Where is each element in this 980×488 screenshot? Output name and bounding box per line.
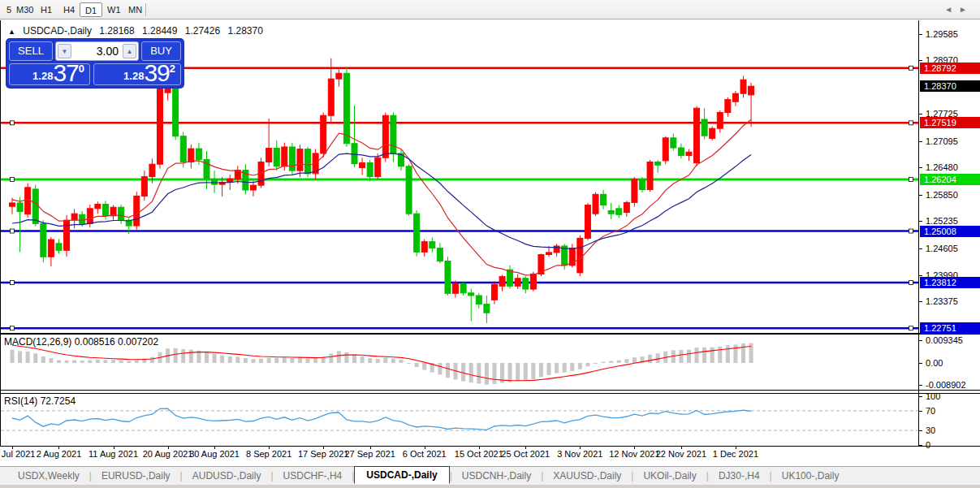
macd-bar bbox=[469, 363, 473, 382]
timeframe-button-m30[interactable]: M30 bbox=[11, 2, 38, 17]
candle-body bbox=[437, 248, 443, 261]
tab-scroll-right-icon[interactable]: ► bbox=[959, 5, 974, 14]
tab-ukoil-daily[interactable]: UKOil-,Daily bbox=[633, 469, 706, 483]
timeframe-button-h4[interactable]: H4 bbox=[58, 2, 80, 17]
tab-uk100-daily[interactable]: UK100-,Daily bbox=[772, 469, 849, 483]
tab-usdcnh-daily[interactable]: USDCNH-,Daily bbox=[452, 469, 541, 483]
sell-price-button[interactable]: 1.28370 bbox=[9, 63, 90, 85]
line-drag-handle[interactable] bbox=[909, 178, 913, 182]
line-drag-handle[interactable] bbox=[11, 326, 15, 330]
candle-body bbox=[56, 244, 62, 250]
candle-body bbox=[601, 194, 607, 205]
timeframe-button-d1[interactable]: D1 bbox=[80, 2, 102, 17]
pane-separator[interactable] bbox=[0, 390, 980, 391]
candle-body bbox=[10, 203, 15, 206]
macd-bar bbox=[88, 361, 92, 363]
candle-body bbox=[694, 108, 700, 162]
macd-bar bbox=[376, 359, 380, 363]
timeframe-button-mn[interactable]: MN bbox=[123, 2, 147, 17]
timeframe-button-h1[interactable]: H1 bbox=[36, 2, 57, 17]
macd-bar bbox=[329, 353, 333, 363]
tab-dj30-h4[interactable]: DJ30-,H4 bbox=[709, 469, 770, 483]
candle-body bbox=[282, 147, 287, 166]
tab-xauusd-daily[interactable]: XAUUSD-,Daily bbox=[543, 469, 631, 483]
status-strip bbox=[0, 485, 980, 488]
buy-button[interactable]: BUY bbox=[141, 41, 181, 61]
rsi-pane[interactable] bbox=[1, 394, 918, 446]
candle-body bbox=[149, 164, 155, 176]
sell-button[interactable]: SELL bbox=[9, 41, 53, 61]
date-tick-label: 1 Dec 2021 bbox=[713, 449, 758, 459]
line-drag-handle[interactable] bbox=[909, 66, 913, 70]
price-tick-mark bbox=[918, 60, 922, 61]
candle-body bbox=[336, 73, 342, 79]
line-drag-handle[interactable] bbox=[11, 121, 15, 125]
level-price-label: 1.25008 bbox=[920, 226, 980, 237]
macd-bar bbox=[656, 353, 660, 363]
candle-body bbox=[32, 189, 38, 223]
macd-bar bbox=[290, 358, 294, 363]
candle-body bbox=[48, 240, 54, 257]
lot-decrease-button[interactable]: ▼ bbox=[58, 44, 71, 58]
lot-size-value[interactable]: 3.00 bbox=[97, 42, 119, 60]
macd-bar bbox=[220, 356, 224, 363]
pane-separator[interactable] bbox=[0, 333, 980, 335]
candle-body bbox=[134, 196, 140, 226]
tab-eurusd-daily[interactable]: EURUSD-,Daily bbox=[92, 469, 180, 483]
tab-audusd-daily[interactable]: AUDUSD-,Daily bbox=[183, 469, 271, 483]
line-drag-handle[interactable] bbox=[11, 178, 15, 182]
candle-body bbox=[196, 149, 201, 159]
candle-body bbox=[476, 296, 481, 304]
collapse-chart-icon[interactable]: ▲ bbox=[8, 28, 15, 36]
candle-body bbox=[593, 194, 598, 214]
price-tick-label: 1.29585 bbox=[926, 29, 958, 39]
candle-body bbox=[297, 149, 303, 171]
macd-bar bbox=[352, 355, 356, 363]
tab-scroll-arrows[interactable]: ◄► bbox=[944, 5, 974, 14]
tab-usdchf-h4[interactable]: USDCHF-,H4 bbox=[274, 469, 352, 483]
line-drag-handle[interactable] bbox=[909, 326, 913, 330]
macd-bar bbox=[213, 354, 217, 363]
tab-scroll-left-icon[interactable]: ◄ bbox=[944, 5, 959, 14]
timeframe-button-w1[interactable]: W1 bbox=[102, 2, 126, 17]
tab-usdx-weekly[interactable]: USDX,Weekly bbox=[8, 469, 89, 483]
line-drag-handle[interactable] bbox=[909, 280, 913, 284]
ohlc-open: 1.28168 bbox=[99, 25, 134, 37]
ohlc-close: 1.28370 bbox=[228, 25, 263, 37]
date-tick-label: 20 Aug 2021 bbox=[143, 449, 193, 459]
line-drag-handle[interactable] bbox=[909, 121, 913, 125]
line-drag-handle[interactable] bbox=[11, 280, 15, 284]
candle-body bbox=[212, 179, 218, 184]
pane-separator bbox=[0, 446, 980, 447]
candle-body bbox=[702, 119, 707, 136]
macd-bar bbox=[594, 363, 598, 364]
date-tick-label: 22 Nov 2021 bbox=[656, 449, 706, 459]
macd-bar bbox=[337, 351, 341, 363]
price-tick-mark bbox=[918, 275, 922, 276]
macd-bar bbox=[111, 360, 115, 363]
line-drag-handle[interactable] bbox=[11, 229, 15, 233]
rsi-line bbox=[12, 408, 751, 430]
price-tick-mark bbox=[918, 141, 922, 142]
line-drag-handle[interactable] bbox=[909, 229, 913, 233]
date-tick-label: 11 Aug 2021 bbox=[89, 449, 138, 459]
macd-bar bbox=[415, 363, 419, 367]
macd-tick-label: -0.008902 bbox=[926, 380, 966, 390]
price-tick-label: 1.26480 bbox=[926, 162, 958, 172]
lot-increase-button[interactable]: ▲ bbox=[123, 44, 136, 58]
ma-slow-line[interactable] bbox=[12, 153, 751, 248]
chart-tab-bar: USDX,Weekly|EURUSD-,Daily|AUDUSD-,Daily|… bbox=[0, 466, 980, 485]
macd-bar bbox=[80, 361, 84, 363]
macd-bar bbox=[547, 363, 551, 375]
price-tick-label: 1.25850 bbox=[926, 190, 958, 200]
macd-bar bbox=[648, 355, 652, 363]
pane-separator[interactable] bbox=[0, 393, 980, 394]
macd-bar bbox=[174, 348, 178, 363]
candle-body bbox=[608, 210, 614, 214]
candle-body bbox=[352, 144, 357, 164]
ma-fast-line[interactable] bbox=[12, 119, 751, 275]
buy-price-button[interactable]: 1.28392 bbox=[93, 63, 181, 85]
macd-bar bbox=[539, 363, 543, 377]
tab-usdcad-daily[interactable]: USDCAD-,Daily bbox=[354, 466, 449, 484]
candle-body bbox=[671, 138, 676, 148]
